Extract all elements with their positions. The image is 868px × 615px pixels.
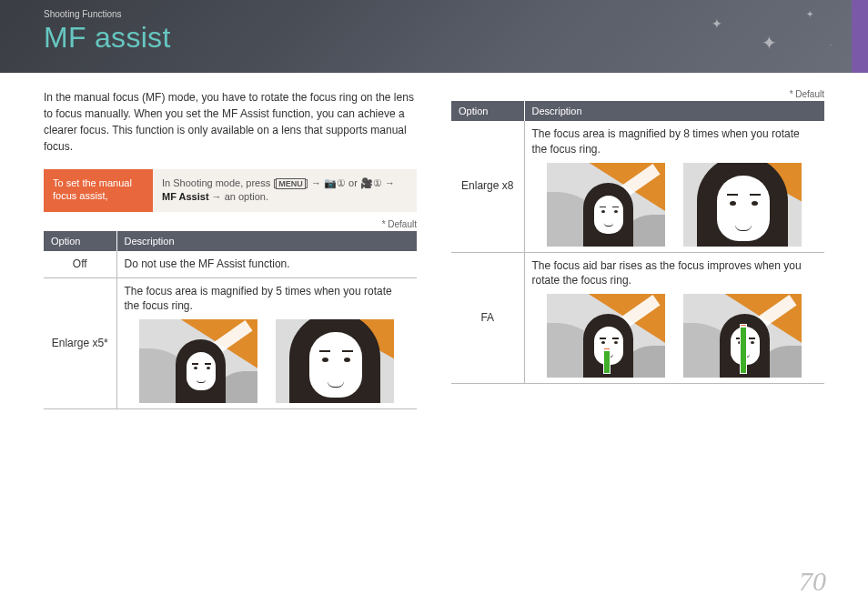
option-cell: Off	[44, 251, 116, 277]
image-row	[532, 294, 818, 378]
header-option: Option	[451, 101, 524, 121]
sample-image-zoomed	[683, 163, 802, 247]
default-note: * Default	[44, 219, 417, 229]
desc-text: The focus aid bar rises as the focus imp…	[532, 259, 802, 287]
instruction-box: To set the manual focus assist, In Shoot…	[44, 169, 417, 212]
table-row: Off Do not use the MF Assist function.	[44, 251, 417, 277]
content-area: In the manual focus (MF) mode, you have …	[0, 73, 868, 409]
instruction-body: In Shooting mode, press [MENU] → 📷① or 🎥…	[153, 169, 417, 212]
instruction-text: or	[346, 177, 360, 188]
instruction-label: To set the manual focus assist,	[44, 169, 153, 212]
focus-aid-bar-icon	[740, 327, 747, 374]
page-title: MF assist	[44, 21, 868, 55]
table-row: Enlarge x5* The focus area is magnified …	[44, 277, 417, 409]
option-cell: Enlarge x8	[451, 121, 524, 252]
sparkle-icon: ·	[830, 41, 832, 49]
table-header-row: Option Description	[451, 101, 824, 121]
instruction-bold: MF Assist	[162, 191, 209, 202]
option-cell: FA	[451, 252, 524, 384]
sample-image-fa-high	[683, 294, 802, 378]
left-column: In the manual focus (MF) mode, you have …	[44, 89, 417, 409]
sample-image-fa-low	[547, 294, 665, 378]
instruction-text: ] →	[306, 177, 324, 188]
breadcrumb: Shooting Functions	[44, 9, 868, 19]
camera-icon: 📷①	[324, 177, 346, 188]
menu-button-icon: MENU	[276, 178, 306, 189]
table-row: Enlarge x8 The focus area is magnified b…	[451, 121, 824, 252]
sample-image-normal	[139, 319, 257, 403]
header-description: Description	[524, 101, 824, 121]
page-number: 70	[799, 566, 826, 597]
table-header-row: Option Description	[44, 231, 417, 251]
video-icon: 🎥①	[360, 177, 382, 188]
image-row	[532, 163, 818, 247]
desc-text: The focus area is magnified by 5 times w…	[125, 285, 392, 313]
image-row	[125, 319, 410, 403]
options-table-left: Option Description Off Do not use the MF…	[44, 231, 417, 409]
instruction-text: → an option.	[209, 191, 268, 202]
page-header: ✦ ✦ ✦ · Shooting Functions MF assist	[0, 0, 868, 73]
focus-aid-bar-icon	[603, 350, 611, 374]
desc-cell: The focus area is magnified by 8 times w…	[524, 121, 824, 252]
default-note: * Default	[451, 89, 824, 99]
desc-text: The focus area is magnified by 8 times w…	[532, 127, 800, 156]
table-row: FA The focus aid bar rises as the focus …	[451, 252, 824, 384]
sample-image-zoomed	[276, 319, 394, 403]
sparkle-icon: ✦	[712, 16, 722, 31]
sparkle-icon: ✦	[762, 32, 777, 54]
intro-text: In the manual focus (MF) mode, you have …	[44, 89, 417, 155]
options-table-right: Option Description Enlarge x8 The focus …	[451, 101, 824, 384]
header-option: Option	[44, 231, 116, 251]
instruction-text: In Shooting mode, press [	[162, 177, 276, 188]
desc-cell: Do not use the MF Assist function.	[116, 251, 417, 277]
right-column: * Default Option Description Enlarge x8 …	[451, 89, 824, 409]
desc-cell: The focus area is magnified by 5 times w…	[116, 277, 417, 409]
sample-image-normal	[547, 163, 665, 247]
desc-cell: The focus aid bar rises as the focus imp…	[524, 252, 824, 384]
header-description: Description	[116, 231, 417, 251]
option-cell: Enlarge x5*	[44, 277, 116, 409]
instruction-text: →	[382, 177, 395, 188]
sparkle-icon: ✦	[806, 9, 813, 19]
